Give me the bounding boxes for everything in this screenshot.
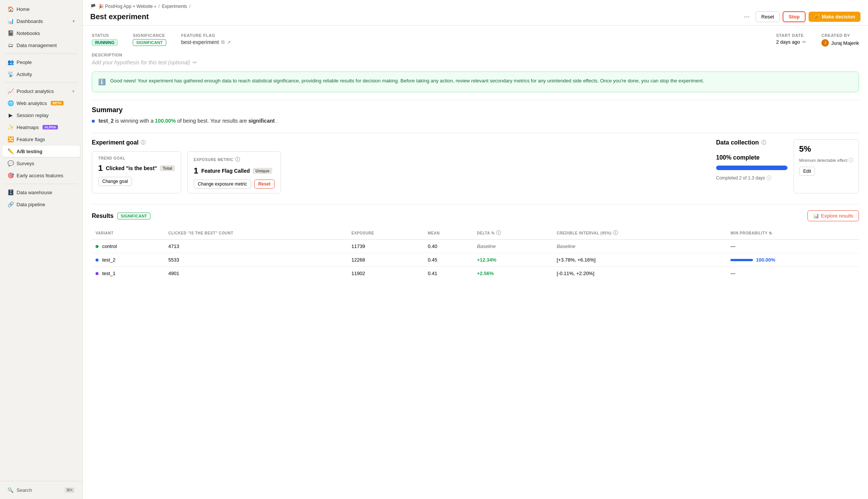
breadcrumb-sep1: /: [158, 4, 159, 9]
results-table: VARIANT CLICKED "IS THE BEST" COUNT EXPO…: [92, 227, 859, 280]
trend-goal-label: TREND GOAL: [98, 156, 175, 160]
sidebar-item-notebooks[interactable]: 📓 Notebooks: [2, 27, 80, 39]
exposure-tag: Unique: [253, 168, 272, 174]
search-item[interactable]: 🔍 Search ⌘K: [2, 485, 80, 496]
breadcrumb-experiments-link[interactable]: Experiments: [162, 4, 187, 9]
sidebar-item-label: Heatmaps: [17, 125, 39, 130]
separator-3: [92, 204, 859, 204]
count-cell: 5533: [165, 253, 348, 267]
open-flag-button[interactable]: ↗: [227, 40, 231, 45]
results-badge: SIGNIFICANT: [117, 213, 150, 219]
win-probability-value: —: [730, 243, 735, 249]
summary-text-after: .: [276, 118, 278, 124]
more-options-button[interactable]: ···: [741, 11, 753, 22]
significance-group: SIGNIFICANCE SIGNIFICANT: [133, 33, 166, 46]
edit-mde-button[interactable]: Edit: [799, 167, 815, 176]
make-decision-button[interactable]: 🪄 Make decision: [809, 12, 860, 22]
sidebar-item-web-analytics[interactable]: 🌐 Web analytics BETA: [2, 97, 80, 109]
breadcrumb-flag-icon: 🏴: [90, 4, 96, 9]
description-placeholder[interactable]: Add your hypothesis for this test (optio…: [92, 59, 859, 65]
win-prob-cell: —: [727, 240, 859, 253]
count-cell: 4901: [165, 267, 348, 280]
sidebar-item-label: Data pipeline: [17, 202, 45, 207]
mean-cell: 0.45: [424, 253, 473, 267]
breadcrumb-app-link[interactable]: 🎉 PostHog App + Website ▾: [98, 4, 156, 9]
win-bar: [730, 259, 753, 261]
web-analytics-icon: 🌐: [8, 100, 14, 106]
alert-text: Good news! Your experiment has gathered …: [110, 77, 704, 85]
reset-button[interactable]: Reset: [756, 11, 780, 22]
sidebar-item-label: Web analytics: [17, 100, 47, 106]
beta-badge: BETA: [51, 101, 64, 105]
exposure-actions: Change exposure metric Reset: [194, 180, 275, 189]
sidebar-item-activity[interactable]: 📡 Activity: [2, 68, 80, 80]
data-pipeline-icon: 🔗: [8, 201, 14, 207]
experiment-goal-col: Experiment goal ⓘ TREND GOAL 1 Clicked "…: [92, 139, 707, 193]
experiment-goal-info-icon[interactable]: ⓘ: [141, 139, 146, 146]
data-collection-info-icon[interactable]: ⓘ: [761, 139, 766, 146]
created-by-value: J Juraj Majerik: [821, 39, 859, 47]
variant-cell: test_2: [92, 253, 165, 267]
variant-dot-indicator: [96, 272, 99, 275]
table-header-row: VARIANT CLICKED "IS THE BEST" COUNT EXPO…: [92, 227, 859, 240]
page-title: Best experiment: [90, 12, 149, 21]
plus-icon: +: [72, 88, 75, 94]
reset-exposure-button[interactable]: Reset: [254, 180, 275, 189]
trend-goal-value: 1 Clicked "is the best" Total: [98, 163, 175, 173]
explore-results-button[interactable]: 📊 Explore results: [807, 210, 859, 221]
breadcrumb: 🏴 🎉 PostHog App + Website ▾ / Experiment…: [90, 4, 860, 9]
edit-description-icon: ✏: [192, 59, 197, 65]
sidebar-item-label: Activity: [17, 72, 32, 77]
avatar: J: [821, 39, 829, 47]
mean-cell: 0.41: [424, 267, 473, 280]
mde-info-icon[interactable]: ⓘ: [848, 157, 853, 164]
people-icon: 👥: [8, 59, 14, 65]
sidebar-item-surveys[interactable]: 💬 Surveys: [2, 158, 80, 169]
heatmaps-icon: ✨: [8, 124, 14, 130]
sidebar-item-data-warehouse[interactable]: 🗄️ Data warehouse: [2, 187, 80, 198]
sidebar-item-heatmaps[interactable]: ✨ Heatmaps ALPHA: [2, 122, 80, 133]
variant-dot-indicator: [96, 245, 99, 248]
sidebar-item-label: Data management: [17, 43, 57, 48]
sidebar-item-data-management[interactable]: 🗂 Data management: [2, 40, 80, 51]
table-row: test_2 5533 12268 0.45 +12.34% [+3.78%, …: [92, 253, 859, 267]
copy-flag-button[interactable]: ⧉: [221, 39, 225, 45]
sidebar-item-product-analytics[interactable]: 📈 Product analytics +: [2, 85, 80, 97]
sidebar-item-home[interactable]: 🏠 Home: [2, 3, 80, 15]
interval-cell: [-0.11%, +2.20%]: [553, 267, 727, 280]
exposure-cell: 11739: [348, 240, 424, 253]
table-row: test_1 4901 11902 0.41 +2.56% [-0.11%, +…: [92, 267, 859, 280]
sidebar-item-people[interactable]: 👥 People: [2, 56, 80, 68]
sidebar-item-dashboards[interactable]: 📊 Dashboards ▾: [2, 15, 80, 27]
sidebar-item-feature-flags[interactable]: 🔀 Feature flags: [2, 134, 80, 145]
sidebar-item-session-replay[interactable]: ▶ Session replay: [2, 110, 80, 121]
stop-button[interactable]: Stop: [783, 11, 806, 22]
early-access-icon: 🎯: [8, 172, 14, 178]
status-group: STATUS RUNNING: [92, 33, 118, 46]
sidebar-item-early-access[interactable]: 🎯 Early access features: [2, 170, 80, 181]
sidebar-item-label: Dashboards: [17, 18, 43, 24]
collection-sub: Completed 2 of 1.3 days ⓘ: [716, 175, 788, 181]
sidebar-item-label: Product analytics: [17, 88, 54, 94]
change-exposure-button[interactable]: Change exposure metric: [194, 180, 251, 189]
sidebar-item-data-pipeline[interactable]: 🔗 Data pipeline: [2, 199, 80, 210]
mean-cell: 0.40: [424, 240, 473, 253]
session-replay-icon: ▶: [8, 112, 14, 118]
change-goal-button[interactable]: Change goal: [98, 177, 132, 186]
exposure-info-icon[interactable]: ⓘ: [235, 156, 240, 163]
collection-info-icon[interactable]: ⓘ: [766, 175, 771, 181]
edit-date-button[interactable]: ✏: [802, 39, 806, 45]
sidebar-item-label: Surveys: [17, 161, 34, 166]
feature-flag-value: best-experiment ⧉ ↗: [181, 39, 231, 45]
sidebar-item-ab-testing[interactable]: ✏️ A/B testing: [2, 146, 80, 157]
dashboards-icon: 📊: [8, 18, 14, 24]
start-date-group: START DATE 2 days ago ✏: [776, 33, 807, 45]
col-delta: DELTA % ⓘ: [473, 227, 553, 239]
sidebar-item-label: Session replay: [17, 113, 49, 118]
exposure-metric-label: EXPOSURE METRIC ⓘ: [194, 156, 275, 163]
variant-cell: control: [92, 240, 165, 253]
sidebar-item-label: Data warehouse: [17, 190, 52, 195]
col-exposure: EXPOSURE: [348, 227, 424, 240]
sidebar-item-label: A/B testing: [17, 149, 42, 154]
collection-percent: 100% complete: [716, 154, 788, 161]
